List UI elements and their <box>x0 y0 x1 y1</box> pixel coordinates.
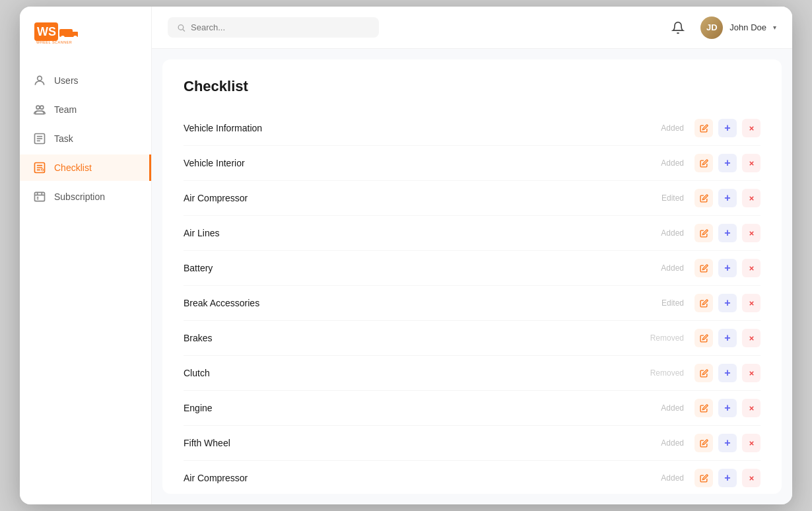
checklist-table: Vehicle Information Added + <box>184 111 761 494</box>
svg-text:WS: WS <box>37 25 56 38</box>
remove-button[interactable] <box>742 364 761 382</box>
search-input[interactable] <box>191 22 370 32</box>
edit-button[interactable] <box>694 294 713 312</box>
table-row: Battery Added + <box>184 251 761 286</box>
task-icon <box>33 132 46 145</box>
plus-icon: + <box>724 228 730 238</box>
row-name: Vehicle Interior <box>184 158 631 168</box>
row-name: Battery <box>184 263 631 273</box>
close-icon <box>748 300 755 307</box>
edit-button[interactable] <box>694 119 713 137</box>
table-row: Air Compressor Edited + <box>184 181 761 216</box>
remove-button[interactable] <box>742 294 761 312</box>
notification-bell[interactable] <box>666 16 690 40</box>
add-button[interactable]: + <box>718 294 737 312</box>
row-actions: + <box>694 329 761 347</box>
remove-button[interactable] <box>742 329 761 347</box>
logo: WS WHEEL SCANNER <box>33 20 138 49</box>
row-status: Added <box>631 438 684 448</box>
sidebar-item-team[interactable]: Team <box>20 96 151 123</box>
remove-button[interactable] <box>742 469 761 487</box>
svg-point-9 <box>40 106 44 109</box>
add-button[interactable]: + <box>718 259 737 277</box>
sidebar-item-checklist[interactable]: Checklist <box>20 154 151 181</box>
sidebar-item-task[interactable]: Task <box>20 125 151 152</box>
content-area: Checklist Vehicle Information Added + <box>162 59 782 494</box>
row-actions: + <box>694 259 761 277</box>
user-menu[interactable]: JD John Doe ▾ <box>700 17 776 39</box>
plus-icon: + <box>724 123 730 133</box>
row-status: Added <box>631 403 684 413</box>
svg-point-5 <box>61 36 65 40</box>
add-button[interactable]: + <box>718 189 737 207</box>
edit-button[interactable] <box>694 469 713 487</box>
edit-button[interactable] <box>694 189 713 207</box>
checklist-icon <box>33 161 46 174</box>
table-row: Air Compressor Added + <box>184 461 761 494</box>
remove-button[interactable] <box>742 119 761 137</box>
remove-button[interactable] <box>742 434 761 452</box>
add-button[interactable]: + <box>718 399 737 417</box>
table-row: Engine Added + <box>184 391 761 426</box>
close-icon <box>748 125 755 132</box>
row-actions: + <box>694 364 761 382</box>
close-icon <box>748 230 755 237</box>
edit-button[interactable] <box>694 399 713 417</box>
sidebar-label-team: Team <box>54 104 77 115</box>
add-button[interactable]: + <box>718 434 737 452</box>
edit-icon <box>700 229 708 238</box>
add-button[interactable]: + <box>718 364 737 382</box>
search-box[interactable] <box>168 17 379 38</box>
close-icon <box>748 475 755 482</box>
logo-area: WS WHEEL SCANNER <box>20 20 151 67</box>
edit-button[interactable] <box>694 434 713 452</box>
edit-icon <box>700 404 708 413</box>
table-row: Vehicle Interior Added + <box>184 146 761 181</box>
edit-button[interactable] <box>694 329 713 347</box>
header: JD John Doe ▾ <box>152 7 792 49</box>
chevron-down-icon: ▾ <box>773 24 776 31</box>
close-icon <box>748 335 755 342</box>
row-status: Edited <box>631 193 684 203</box>
sidebar-item-users[interactable]: Users <box>20 67 151 94</box>
table-row: Break Accessories Edited + <box>184 286 761 321</box>
table-row: Fifth Wheel Added + <box>184 426 761 461</box>
add-button[interactable]: + <box>718 469 737 487</box>
edit-icon <box>700 334 708 343</box>
edit-button[interactable] <box>694 224 713 242</box>
add-button[interactable]: + <box>718 224 737 242</box>
row-name: Air Compressor <box>184 193 631 203</box>
edit-button[interactable] <box>694 259 713 277</box>
remove-button[interactable] <box>742 399 761 417</box>
sidebar-label-users: Users <box>54 75 79 86</box>
remove-button[interactable] <box>742 189 761 207</box>
table-row: Air Lines Added + <box>184 216 761 251</box>
edit-icon <box>700 474 708 483</box>
svg-rect-16 <box>35 192 45 201</box>
plus-icon: + <box>724 263 730 273</box>
row-status: Removed <box>631 333 684 343</box>
remove-button[interactable] <box>742 154 761 172</box>
row-actions: + <box>694 189 761 207</box>
row-actions: + <box>694 154 761 172</box>
edit-button[interactable] <box>694 154 713 172</box>
sidebar-item-subscription[interactable]: Subscription <box>20 184 151 210</box>
plus-icon: + <box>724 193 730 203</box>
edit-button[interactable] <box>694 364 713 382</box>
bell-icon <box>671 21 685 34</box>
edit-icon <box>700 439 708 448</box>
close-icon <box>748 370 755 377</box>
row-actions: + <box>694 469 761 487</box>
row-actions: + <box>694 119 761 137</box>
row-actions: + <box>694 434 761 452</box>
avatar: JD <box>700 17 723 39</box>
remove-button[interactable] <box>742 259 761 277</box>
row-name: Air Lines <box>184 228 631 238</box>
table-row: Clutch Removed + <box>184 356 761 391</box>
add-button[interactable]: + <box>718 119 737 137</box>
row-status: Added <box>631 263 684 273</box>
user-name: John Doe <box>729 22 766 32</box>
remove-button[interactable] <box>742 224 761 242</box>
add-button[interactable]: + <box>718 329 737 347</box>
add-button[interactable]: + <box>718 154 737 172</box>
